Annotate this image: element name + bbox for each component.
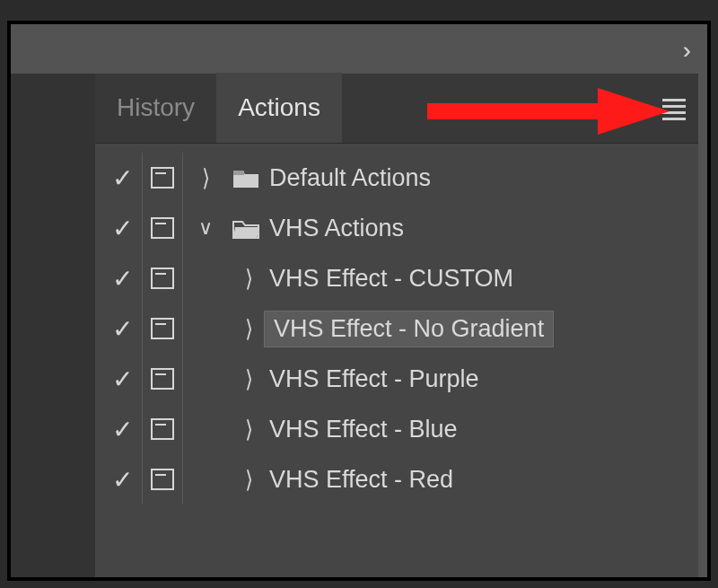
tab-history[interactable]: History [95,73,216,143]
panel-window: ›› History Actions ✓ ⟩ Default Ac [7,21,711,581]
folder-open-icon [228,217,264,239]
row-label: Default Actions [264,164,698,192]
toggle-dialog-icon[interactable] [151,368,174,390]
row-label: VHS Effect - Red [264,466,698,494]
action-row[interactable]: ✓ ⟩ VHS Effect - No Gradient [95,303,698,354]
tab-bar: History Actions [95,74,698,144]
tab-actions[interactable]: Actions [216,73,342,143]
row-label: VHS Effect - Purple [264,365,698,393]
annotation-arrow [427,86,679,140]
toggle-checkmark-icon[interactable]: ✓ [112,465,133,495]
svg-marker-1 [598,88,670,135]
toggle-dialog-icon[interactable] [151,217,174,239]
toggle-dialog-icon[interactable] [151,167,174,189]
caret-right-icon[interactable]: ⟩ [245,466,253,494]
actions-panel: History Actions ✓ ⟩ Default Actions [95,74,698,577]
row-label: VHS Effect - CUSTOM [264,265,698,293]
toggle-checkmark-icon[interactable]: ✓ [112,214,133,243]
row-label: VHS Effect - Blue [264,416,698,443]
svg-rect-2 [233,171,244,175]
caret-right-icon[interactable]: ⟩ [245,365,253,393]
toggle-dialog-icon[interactable] [151,318,174,339]
left-gutter [11,74,95,577]
row-label: VHS Actions [264,215,698,242]
action-set-row[interactable]: ✓ ⟩ Default Actions [95,153,698,203]
caret-right-icon[interactable]: ⟩ [245,265,253,293]
caret-right-icon[interactable]: ⟩ [245,315,253,343]
caret-right-icon[interactable]: ⟩ [202,164,210,192]
toggle-checkmark-icon[interactable]: ✓ [112,415,133,444]
toggle-checkmark-icon[interactable]: ✓ [112,364,133,394]
panel-chrome: ›› [11,24,707,74]
caret-down-icon[interactable]: ∨ [198,216,213,240]
toggle-dialog-icon[interactable] [151,418,174,440]
action-row[interactable]: ✓ ⟩ VHS Effect - CUSTOM [95,253,698,303]
toggle-checkmark-icon[interactable]: ✓ [112,264,133,294]
panel-menu-icon[interactable] [662,99,686,118]
action-row[interactable]: ✓ ⟩ VHS Effect - Red [95,454,698,505]
action-row[interactable]: ✓ ⟩ VHS Effect - Purple [95,354,698,404]
toggle-checkmark-icon[interactable]: ✓ [112,314,133,344]
folder-closed-icon [228,167,264,189]
actions-list: ✓ ⟩ Default Actions ✓ ∨ VHS Actions ✓ [95,144,698,505]
toggle-dialog-icon[interactable] [151,469,174,490]
toggle-checkmark-icon[interactable]: ✓ [112,163,133,193]
action-set-row[interactable]: ✓ ∨ VHS Actions [95,203,698,253]
caret-right-icon[interactable]: ⟩ [245,416,253,443]
expand-panel-icon[interactable]: ›› [683,39,684,62]
toggle-dialog-icon[interactable] [151,268,174,289]
action-row[interactable]: ✓ ⟩ VHS Effect - Blue [95,404,698,454]
row-label-selected: VHS Effect - No Gradient [264,311,554,347]
